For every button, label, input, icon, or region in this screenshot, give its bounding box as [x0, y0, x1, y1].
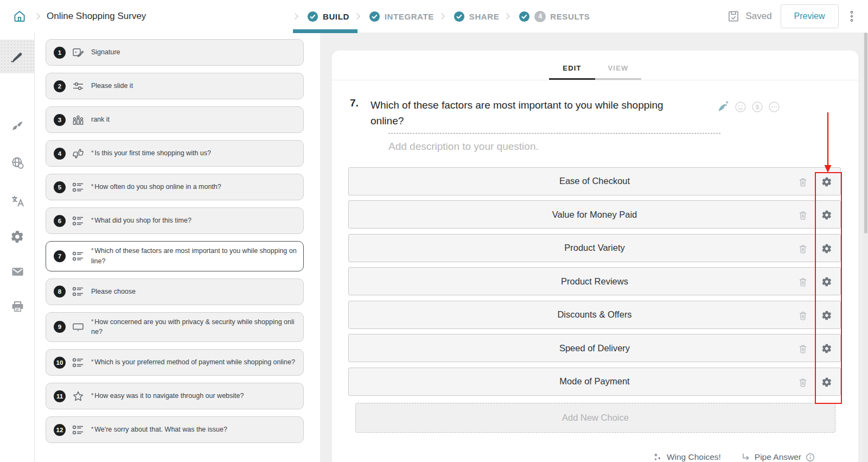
- choice-row[interactable]: Product Variety: [348, 234, 841, 262]
- screen-icon: [72, 320, 85, 333]
- choice-settings-gear-icon[interactable]: [821, 310, 832, 323]
- choice-settings-gear-icon[interactable]: [821, 243, 832, 256]
- choice-row[interactable]: Speed of Delivery: [348, 334, 841, 362]
- gear-icon: [10, 230, 24, 244]
- more-options-icon[interactable]: [847, 9, 857, 24]
- delete-choice-icon[interactable]: [797, 343, 808, 357]
- emoji-icon[interactable]: [734, 100, 747, 113]
- delete-choice-icon[interactable]: [797, 310, 808, 324]
- choice-label[interactable]: Product Variety: [564, 243, 625, 253]
- choice-label[interactable]: Discounts & Offers: [557, 309, 631, 320]
- sidebar-item-design[interactable]: [0, 111, 35, 142]
- more-actions-icon[interactable]: [768, 100, 781, 113]
- required-marker: *: [91, 358, 93, 365]
- scrollbar-thumb[interactable]: [864, 33, 867, 233]
- choice-settings-gear-icon[interactable]: [821, 176, 832, 189]
- step-number-badge: 4: [534, 11, 546, 22]
- question-number: 7.: [350, 97, 371, 129]
- editor-tab[interactable]: EDIT: [549, 64, 595, 80]
- survey-title[interactable]: Online Shopping Survey: [47, 11, 146, 22]
- sidebar-item-email[interactable]: [0, 256, 35, 287]
- choice-settings-gear-icon[interactable]: [821, 210, 832, 223]
- choice-settings-gear-icon[interactable]: [821, 276, 832, 289]
- wing-choices-link[interactable]: Wing Choices!: [653, 452, 721, 462]
- save-status: Saved: [726, 9, 771, 23]
- question-text[interactable]: Which of these factors are most importan…: [371, 97, 692, 129]
- choice-row[interactable]: Discounts & Offers: [348, 301, 841, 329]
- question-list-item[interactable]: 7: [46, 241, 304, 271]
- delete-choice-icon[interactable]: [797, 176, 808, 190]
- question-list-item[interactable]: 2: [46, 73, 304, 99]
- pipe-answer-link[interactable]: Pipe Answer: [742, 452, 815, 462]
- choice-label[interactable]: Mode of Payment: [559, 376, 629, 387]
- choice-label[interactable]: Ease of Checkout: [559, 176, 630, 186]
- required-marker: *: [91, 318, 93, 325]
- choice-row[interactable]: Product Reviews: [348, 267, 841, 295]
- required-marker: *: [91, 149, 93, 156]
- sidebar-item-language[interactable]: [0, 148, 35, 178]
- question-label: *Which is your preferred method of payme…: [91, 357, 295, 368]
- question-label: *We're sorry about that. What was the is…: [91, 425, 227, 435]
- wizard-step[interactable]: BUILD: [293, 11, 349, 22]
- question-number-badge: 7: [54, 250, 66, 262]
- save-icon: [726, 9, 741, 23]
- preview-button[interactable]: Preview: [781, 4, 839, 28]
- question-list-item[interactable]: 4: [46, 140, 304, 167]
- choice-settings-gear-icon[interactable]: [821, 343, 832, 356]
- wizard-step[interactable]: INTEGRATE: [355, 11, 434, 22]
- step-chevron-icon: [504, 13, 510, 19]
- question-label: *Please slide it: [91, 81, 133, 91]
- question-list-item[interactable]: 3: [46, 106, 304, 133]
- question-number-badge: 8: [54, 286, 66, 298]
- question-label: *How easy was it to navigate through our…: [91, 391, 244, 401]
- description-placeholder[interactable]: Add description to your question.: [388, 141, 858, 153]
- question-list-item[interactable]: 8: [46, 279, 304, 305]
- sidebar-item-settings[interactable]: [0, 221, 35, 252]
- currency-icon[interactable]: $: [751, 100, 764, 113]
- question-list-item[interactable]: 5: [46, 174, 304, 200]
- info-icon: [806, 453, 815, 462]
- question-list-item[interactable]: 9: [46, 312, 304, 343]
- required-marker: *: [91, 247, 93, 254]
- delete-choice-icon[interactable]: [797, 243, 808, 257]
- choice-settings-gear-icon[interactable]: [821, 377, 832, 390]
- delete-choice-icon[interactable]: [797, 276, 808, 290]
- sidebar-item-compose[interactable]: [0, 40, 35, 73]
- question-label: *Which of these factors are most importa…: [91, 246, 297, 267]
- sparkle-icon: [653, 452, 662, 462]
- sidebar-item-print[interactable]: [0, 291, 35, 321]
- step-chevron-icon: [292, 13, 298, 19]
- step-chevron-icon: [438, 13, 444, 19]
- question-list-item[interactable]: 11: [46, 383, 304, 409]
- sidebar-item-translate[interactable]: [0, 186, 35, 216]
- wizard-step[interactable]: 4 RESULTS: [505, 11, 590, 22]
- question-list-item[interactable]: 6: [46, 207, 304, 234]
- required-marker: *: [91, 392, 93, 398]
- wizard-steps: BUILD INTEGRATE: [293, 11, 590, 22]
- delete-choice-icon[interactable]: [797, 377, 808, 390]
- choice-row[interactable]: Value for Money Paid: [348, 200, 841, 229]
- vertical-scrollbar[interactable]: [863, 33, 868, 462]
- add-new-choice-button[interactable]: Add New Choice: [355, 403, 835, 433]
- question-number-badge: 2: [54, 80, 66, 92]
- choice-label[interactable]: Speed of Delivery: [559, 343, 630, 353]
- question-list-item[interactable]: 12: [46, 416, 304, 443]
- choice-label[interactable]: Value for Money Paid: [552, 210, 637, 220]
- active-step-underline: [293, 29, 358, 33]
- multichoice-icon: [72, 250, 85, 263]
- wizard-step[interactable]: SHARE: [439, 11, 500, 22]
- required-marker: *: [91, 426, 93, 432]
- delete-choice-icon[interactable]: [797, 210, 808, 223]
- question-list-item[interactable]: 1: [46, 39, 304, 66]
- choice-row[interactable]: Ease of Checkout: [348, 167, 841, 195]
- choice-row[interactable]: Mode of Payment: [348, 368, 841, 396]
- ai-quill-icon[interactable]: [716, 100, 730, 114]
- choice-label[interactable]: Product Reviews: [561, 276, 628, 287]
- check-circle-icon: [369, 11, 380, 22]
- question-list-item[interactable]: 10: [46, 349, 304, 376]
- printer-icon: [10, 299, 25, 314]
- multichoice-icon: [72, 423, 85, 436]
- question-label: *rank it: [91, 115, 110, 125]
- editor-tab[interactable]: VIEW: [595, 64, 641, 80]
- home-icon[interactable]: [12, 9, 27, 24]
